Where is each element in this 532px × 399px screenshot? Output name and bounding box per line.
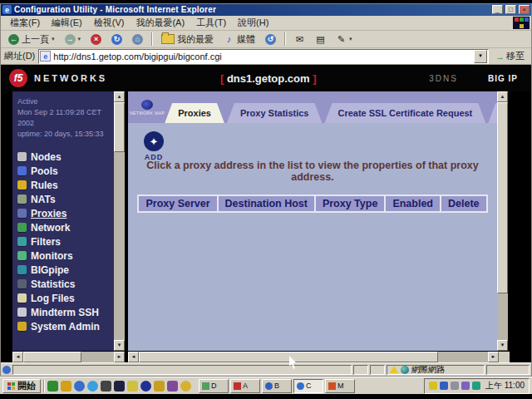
tray-icon-3[interactable] <box>451 382 459 390</box>
sidebar-item-rules[interactable]: Rules <box>17 178 114 192</box>
tray-icon-2[interactable] <box>440 382 448 390</box>
title-bar[interactable]: e Configuration Utility - Microsoft Inte… <box>1 4 531 16</box>
taskbar-window-button-2[interactable]: A <box>230 379 260 393</box>
bracket-left: [ <box>220 72 224 85</box>
sidebar-item-pools[interactable]: Pools <box>17 164 114 178</box>
scroll-thumb[interactable] <box>139 352 438 362</box>
quicklaunch-icon-10[interactable] <box>167 381 178 392</box>
print-button[interactable]: ▤ <box>311 32 330 47</box>
menu-edit[interactable]: 編輯(E) <box>46 16 88 30</box>
warning-icon <box>390 366 398 373</box>
stop-button[interactable]: × <box>86 32 106 47</box>
sidebar-item-mindterm-ssh[interactable]: Mindterm SSH <box>17 305 114 319</box>
tab-proxy-statistics[interactable]: Proxy Statistics <box>227 103 323 123</box>
windows-flag-logo <box>513 17 530 29</box>
scroll-up-icon[interactable]: ▲ <box>497 91 508 102</box>
sidebar-item-statistics[interactable]: Statistics <box>17 277 114 291</box>
link-bigip[interactable]: BIG IP <box>488 74 518 83</box>
sidebar-item-proxies[interactable]: Proxies <box>17 206 114 220</box>
window-title: Configuration Utility - Microsoft Intern… <box>14 5 490 14</box>
menu-favorites[interactable]: 我的最愛(A) <box>130 16 190 30</box>
quicklaunch-icon-11[interactable] <box>180 381 191 392</box>
quicklaunch-icon-9[interactable] <box>154 381 165 392</box>
ssh-icon <box>17 308 27 317</box>
mail-button[interactable]: ✉ <box>290 32 309 47</box>
sidebar-scrollbar[interactable]: ▲ ▼ <box>114 91 125 351</box>
scroll-right-icon[interactable]: ► <box>114 352 125 362</box>
quicklaunch-icon-1[interactable] <box>47 381 58 392</box>
menu-file[interactable]: 檔案(F) <box>4 16 46 30</box>
quicklaunch-icon-6[interactable] <box>114 381 125 392</box>
back-icon: ← <box>8 34 19 45</box>
minimize-button[interactable]: _ <box>492 5 503 14</box>
sidebar-item-filters[interactable]: Filters <box>17 234 114 249</box>
scroll-down-icon[interactable]: ▼ <box>114 340 125 351</box>
maximize-button[interactable]: □ <box>505 5 516 14</box>
quicklaunch-icon-3[interactable] <box>74 381 85 392</box>
tray-icon-4[interactable] <box>461 382 470 390</box>
taskbar-window-button-3[interactable]: B <box>262 379 292 393</box>
main-hscrollbar[interactable]: ◄ ► <box>128 352 499 362</box>
menu-help[interactable]: 說明(H) <box>232 16 274 30</box>
sidebar-item-system-admin[interactable]: System Admin <box>17 319 114 333</box>
taskbar-window-button-1[interactable]: D <box>199 379 229 393</box>
sidebar-item-monitors[interactable]: Monitors <box>17 249 114 263</box>
home-button[interactable]: ⌂ <box>128 32 147 47</box>
refresh-button[interactable]: ↻ <box>107 32 126 47</box>
quicklaunch-icon-2[interactable] <box>61 381 71 392</box>
tab-install-ssl-certificate[interactable]: Install SSL Certif <box>488 103 497 123</box>
sidebar-item-nats[interactable]: NATs <box>17 192 114 206</box>
forward-button[interactable]: → ▾ <box>61 32 86 47</box>
edit-button[interactable]: ✎ ▾ <box>332 32 357 47</box>
task-buttons: D A B C M <box>199 379 355 393</box>
tab-create-ssl-certificate-request[interactable]: Create SSL Certificate Request <box>324 103 485 123</box>
tray-icon-5[interactable] <box>472 382 480 390</box>
taskbar-window-button-5[interactable]: M <box>325 379 355 393</box>
sidebar-item-logfiles[interactable]: Log Files <box>17 291 114 305</box>
tab-proxies[interactable]: Proxies <box>165 103 224 123</box>
right-gutter <box>508 91 531 351</box>
tray-volume-icon[interactable] <box>429 382 437 390</box>
quicklaunch-icon-7[interactable] <box>127 381 138 392</box>
history-button[interactable]: ↺ <box>261 32 280 47</box>
quicklaunch-icon-5[interactable] <box>101 381 111 392</box>
menu-view[interactable]: 檢視(V) <box>88 16 131 30</box>
scroll-down-icon[interactable]: ▼ <box>497 340 508 351</box>
document-icon <box>2 366 11 374</box>
quicklaunch-icon-8[interactable] <box>140 381 151 392</box>
status-uptime: uptime: 20 days, 15:35:33 <box>17 129 111 140</box>
sidebar-item-bigpipe[interactable]: BIGpipe <box>17 263 114 277</box>
f5-logo[interactable]: f5 <box>9 69 27 87</box>
network-map-button[interactable]: NETWORK MAP <box>130 91 165 123</box>
scroll-up-icon[interactable]: ▲ <box>114 91 125 102</box>
menu-tools[interactable]: 工具(T) <box>190 16 232 30</box>
main-scrollbar[interactable]: ▲ ▼ <box>497 91 508 351</box>
sidebar-item-network[interactable]: Network <box>17 220 114 234</box>
scroll-right-icon[interactable]: ► <box>488 352 499 362</box>
link-3dns[interactable]: 3DNS <box>429 74 458 83</box>
go-button[interactable]: → 移至 <box>492 50 528 62</box>
add-button[interactable]: ✦ ADD <box>140 131 168 161</box>
start-button[interactable]: 開始 <box>2 379 41 393</box>
scroll-thumb[interactable] <box>114 102 125 152</box>
favorites-button[interactable]: 我的最愛 <box>157 32 218 47</box>
hscroll-row: ◄ ► ◄ ► <box>1 351 531 362</box>
scroll-left-icon[interactable]: ◄ <box>12 352 23 362</box>
taskbar-clock[interactable]: 上午 11:00 <box>485 380 525 392</box>
taskbar-window-button-4[interactable]: C <box>293 379 323 393</box>
quicklaunch-icon-4[interactable] <box>87 381 98 392</box>
media-button[interactable]: ♪ 媒體 <box>219 32 259 47</box>
sidebar-item-nodes[interactable]: Nodes <box>17 150 114 164</box>
address-input[interactable] <box>53 52 471 62</box>
scroll-left-icon[interactable]: ◄ <box>128 352 139 362</box>
sidebar-hscrollbar[interactable]: ◄ ► <box>12 352 125 362</box>
windows-flag-icon <box>7 382 15 390</box>
back-button[interactable]: ← 上一頁 ▾ <box>4 32 59 47</box>
close-button[interactable]: × <box>519 5 530 14</box>
app-icon <box>234 382 241 390</box>
monitors-icon <box>17 251 27 260</box>
scroll-thumb[interactable] <box>23 352 81 362</box>
address-dropdown[interactable]: ▾ <box>474 50 487 63</box>
scroll-thumb[interactable] <box>497 102 508 293</box>
system-tray: 上午 11:00 <box>424 378 530 394</box>
